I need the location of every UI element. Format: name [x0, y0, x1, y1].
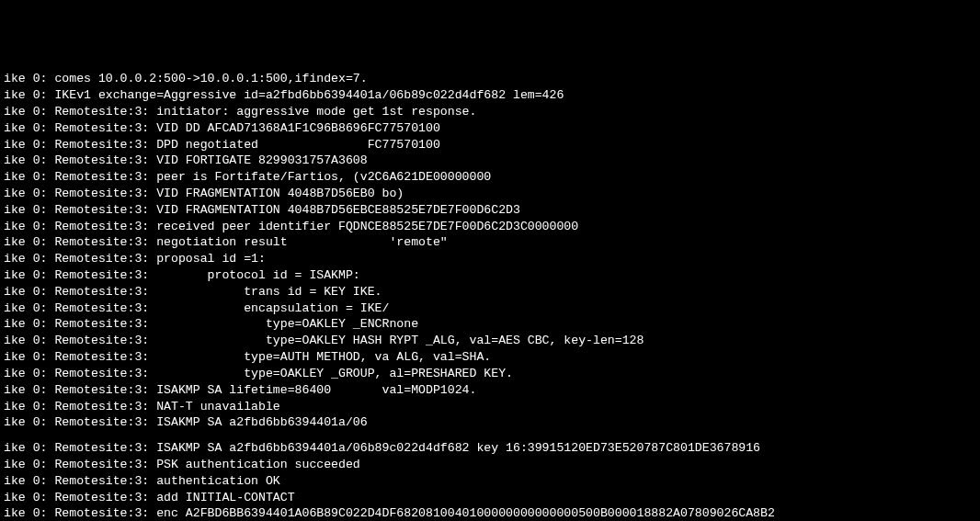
log-line: ike 0: Remotesite:3: NAT-T unavailable: [4, 399, 976, 415]
log-line: ike 0: Remotesite:3: VID FRAGMENTATION 4…: [4, 202, 976, 219]
log-line: ike 0: Remotesite:3: ISAKMP SA a2fbd6bb6…: [4, 414, 976, 431]
log-line: ike 0: Remotesite:3: negotiation result …: [4, 234, 976, 251]
log-line: ike 0: Remotesite:3: type=OAKLEY _GROUP,…: [4, 366, 976, 382]
log-line: ike 0: Remotesite:3: ISAKMP SA lifetime=…: [4, 382, 976, 399]
log-line: ike 0: Remotesite:3: trans id = KEY IKE.: [4, 284, 976, 300]
log-line: ike 0: Remotesite:3: type=OAKLEY HASH RY…: [4, 333, 976, 349]
log-line: ike 0: Remotesite:3: protocol id = ISAKM…: [4, 267, 976, 284]
log-line: ike 0: Remotesite:3: add INITIAL-CONTACT: [4, 490, 976, 506]
log-line: ike 0: Remotesite:3: VID FORTIGATE 82990…: [4, 153, 976, 169]
log-line: ike 0: Remotesite:3: authentication OK: [4, 473, 976, 490]
log-line: ike 0: IKEv1 exchange=Aggressive id=a2fb…: [4, 87, 976, 104]
log-line: ike 0: Remotesite:3: type=AUTH METHOD, v…: [4, 349, 976, 366]
log-line: ike 0: Remotesite:3: PSK authentication …: [4, 457, 976, 473]
log-line: ike 0: Remotesite:3: encapsulation = IKE…: [4, 300, 976, 317]
log-line: ike 0: Remotesite:3: type=OAKLEY _ENCRno…: [4, 316, 976, 333]
log-line: [4, 431, 976, 440]
log-line: ike 0: Remotesite:3: VID FRAGMENTATION 4…: [4, 186, 976, 202]
log-line: ike 0: Remotesite:3: initiator: aggressi…: [4, 104, 976, 120]
log-line: ike 0: Remotesite:3: ISAKMP SA a2fbd6bb6…: [4, 440, 976, 457]
log-line: ike 0: Remotesite:3: peer is Fortifate/F…: [4, 169, 976, 186]
log-line: ike 0: Remotesite:3: received peer ident…: [4, 219, 976, 235]
terminal-output: ike 0: comes 10.0.0.2:500->10.0.0.1:500,…: [4, 71, 976, 521]
log-line: ike 0: Remotesite:3: enc A2FBD6BB6394401…: [4, 505, 976, 521]
log-line: ike 0: Remotesite:3: VID DD AFCAD71368A1…: [4, 120, 976, 137]
log-line: ike 0: comes 10.0.0.2:500->10.0.0.1:500,…: [4, 71, 976, 87]
log-line: ike 0: Remotesite:3: DPD negotiated FC77…: [4, 137, 976, 153]
log-line: ike 0: Remotesite:3: proposal id =1:: [4, 251, 976, 267]
